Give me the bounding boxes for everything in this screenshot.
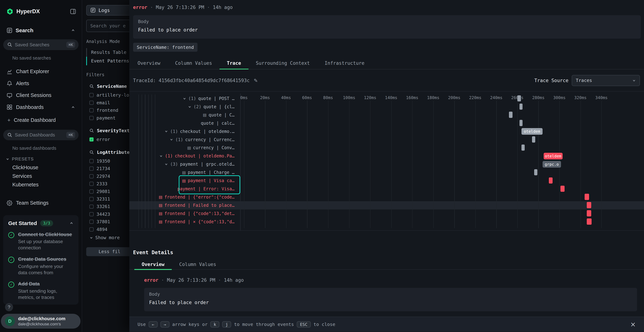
- checkbox[interactable]: [90, 227, 94, 232]
- chart-icon: [6, 69, 12, 74]
- chevron-up-icon[interactable]: [71, 28, 75, 32]
- filter-option-label: email: [96, 100, 110, 105]
- checkbox[interactable]: [90, 182, 94, 186]
- trace-span-row[interactable]: (1)currency | Currenc…: [129, 136, 644, 144]
- tab-infrastructure[interactable]: Infrastructure: [317, 58, 372, 69]
- checkbox[interactable]: [90, 205, 94, 209]
- get-started-header[interactable]: Get Started 3/3: [8, 220, 74, 226]
- get-started-step[interactable]: ✓Create Data SourcesConfigure where your…: [8, 256, 74, 276]
- span-duration-bar[interactable]: grpc.o: [542, 161, 561, 168]
- span-duration-bar[interactable]: [520, 104, 523, 110]
- checkbox[interactable]: [90, 116, 94, 120]
- trace-span-row[interactable]: (1)checkout | oteldemo.Pa…oteldem: [129, 152, 644, 160]
- preset-clickhouse[interactable]: ClickHouse: [0, 163, 82, 172]
- span-collapse-chevron-icon: [159, 154, 163, 158]
- check-circle-icon: ✓: [8, 232, 14, 238]
- span-duration-bar[interactable]: [587, 210, 591, 216]
- checkbox[interactable]: [90, 197, 94, 201]
- saved-searches-placeholder: Saved Searches: [15, 42, 64, 48]
- event-details-title: Event Details: [133, 249, 173, 256]
- tab-column-values[interactable]: Column Values: [168, 58, 220, 69]
- tab-trace[interactable]: Trace: [220, 58, 248, 69]
- span-duration-bar[interactable]: [534, 169, 538, 175]
- get-started-step[interactable]: ✓Add DataStart sending logs, metrics, or…: [8, 281, 74, 300]
- key-badge: ESC: [297, 321, 311, 328]
- trace-span-row[interactable]: ▤payment | Charge …: [129, 168, 644, 176]
- trace-span-row[interactable]: ▤frontend | {"error":{"code…: [129, 193, 644, 201]
- trace-span-row[interactable]: ▤frontend | Failed to place…: [129, 201, 644, 210]
- checkbox[interactable]: ✓: [90, 138, 94, 142]
- checkbox[interactable]: [90, 159, 94, 163]
- trace-source-select[interactable]: Traces: [572, 75, 640, 86]
- chevron-up-icon[interactable]: [70, 221, 74, 225]
- checkbox[interactable]: [90, 101, 94, 105]
- preset-services[interactable]: Services: [0, 172, 82, 180]
- span-duration-bar[interactable]: [520, 120, 523, 126]
- get-started-progress-badge: 3/3: [40, 220, 53, 226]
- sidebar-item-dashboards[interactable]: Dashboards: [0, 101, 82, 113]
- trace-span-row[interactable]: (1)checkout | oteldemo.…oteldem: [129, 127, 644, 136]
- collapse-sidebar-icon[interactable]: [70, 8, 76, 14]
- trace-span-row[interactable]: quote | calc…: [129, 119, 644, 127]
- span-duration-bar[interactable]: [517, 95, 521, 102]
- tab-overview[interactable]: Overview: [130, 58, 168, 69]
- span-label: frontend | × {"code":13,"d…: [164, 219, 234, 224]
- trace-span-row[interactable]: ▤frontend | × {"code":13,"d…: [129, 218, 644, 226]
- separator-dot: ·: [161, 277, 164, 283]
- checkbox[interactable]: [90, 93, 94, 97]
- span-child-count: (2): [194, 104, 202, 109]
- sidebar-item-chart-explorer[interactable]: Chart Explorer: [0, 66, 82, 78]
- team-settings-button[interactable]: Team Settings: [0, 197, 82, 208]
- span-collapse-chevron-icon: [188, 105, 192, 109]
- span-duration-bar[interactable]: [522, 144, 525, 150]
- search-section-header[interactable]: Search: [0, 26, 82, 35]
- span-duration-bar[interactable]: [587, 202, 591, 208]
- span-duration-bar[interactable]: [509, 112, 513, 118]
- checkbox[interactable]: [90, 108, 94, 112]
- span-duration-bar[interactable]: [549, 178, 552, 184]
- span-duration-bar[interactable]: oteldem: [522, 128, 542, 135]
- checkbox[interactable]: [90, 190, 94, 194]
- trace-span-row[interactable]: ▤frontend | {"code":13,"det…: [129, 210, 644, 218]
- event-header-line: error · May 26 7:13:26 PM · 14h ago: [133, 4, 233, 10]
- trace-span-row[interactable]: (2)quote | {cl…: [129, 103, 644, 111]
- checkbox[interactable]: [90, 212, 94, 216]
- get-started-card: Get Started 3/3 ✓Connect to ClickHouseSe…: [3, 215, 78, 305]
- checkbox[interactable]: [90, 220, 94, 224]
- tab-column-values[interactable]: Column Values: [172, 259, 224, 270]
- log-event-icon: ▤: [187, 146, 191, 150]
- get-started-step[interactable]: ✓Connect to ClickHouseSet up your databa…: [8, 232, 74, 251]
- checkbox[interactable]: [90, 166, 94, 171]
- user-menu[interactable]: D dale@clickhouse.com dale@clickhouse.co…: [1, 314, 80, 328]
- saved-dashboards-input[interactable]: Saved Dashboards ⌘K: [3, 130, 78, 140]
- trace-span-row[interactable]: (1)quote | POST …: [129, 94, 644, 103]
- trace-span-row[interactable]: ▤payment | Visa ca…: [129, 176, 644, 185]
- trace-span-row[interactable]: ▤quote | C…: [129, 111, 644, 119]
- preset-kubernetes[interactable]: Kubernetes: [0, 180, 82, 189]
- span-duration-bar[interactable]: [532, 136, 535, 142]
- span-duration-bar[interactable]: [587, 218, 592, 224]
- span-duration-bar[interactable]: [584, 194, 589, 200]
- edit-icon[interactable]: ✎: [254, 78, 258, 83]
- checkbox[interactable]: [90, 174, 94, 178]
- presets-header[interactable]: PRESETS: [0, 155, 82, 163]
- tab-overview[interactable]: Overview: [134, 259, 172, 270]
- span-child-count: (1): [188, 96, 196, 101]
- keyboard-hints: Use←→arrow keys orkjto move through even…: [138, 321, 335, 328]
- service-name-tag[interactable]: ServiceName: frontend: [133, 43, 198, 52]
- span-collapse-chevron-icon: [164, 130, 168, 133]
- span-duration-bar[interactable]: [560, 186, 565, 192]
- trace-span-row[interactable]: ▤currency | Conv…: [129, 144, 644, 152]
- sidebar-item-client-sessions[interactable]: Client Sessions: [0, 90, 82, 102]
- help-button[interactable]: ?: [5, 303, 13, 311]
- saved-searches-input[interactable]: Saved Searches ⌘K: [3, 39, 78, 50]
- create-dashboard-button[interactable]: + Create Dashboard: [0, 115, 82, 126]
- sidebar-item-alerts[interactable]: Alerts: [0, 78, 82, 90]
- trace-span-row[interactable]: (3)payment | grpc.oteld…grpc.o: [129, 160, 644, 168]
- filter-option-label: 29081: [96, 189, 110, 194]
- span-duration-bar[interactable]: oteldem: [544, 153, 562, 160]
- search-icon: [7, 42, 12, 47]
- trace-span-row[interactable]: payment | Error: Visa…: [129, 185, 644, 193]
- close-icon[interactable]: ×: [630, 320, 636, 328]
- tab-surrounding-context[interactable]: Surrounding Context: [248, 58, 317, 69]
